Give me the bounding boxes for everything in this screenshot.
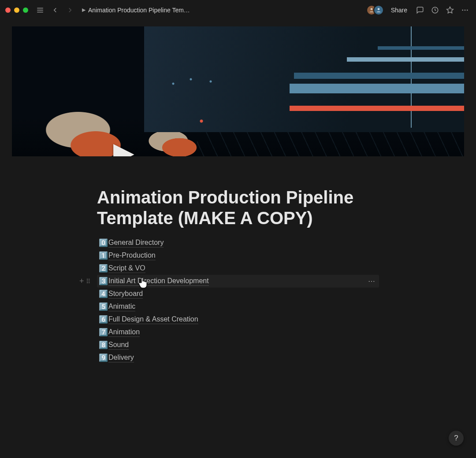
svg-point-3 (370, 8, 372, 10)
page-link[interactable]: 8️⃣Sound (97, 339, 379, 351)
page-link[interactable]: 6️⃣Full Design & Asset Creation (97, 313, 379, 326)
minimize-window-button[interactable] (14, 7, 19, 13)
page-link-label: Sound (108, 341, 129, 350)
close-window-button[interactable] (5, 7, 11, 13)
page-link-label: Delivery (108, 354, 134, 362)
page-content: Animation Production Pipeline Template (… (97, 187, 379, 364)
block-handles: + ⠿ (79, 277, 89, 286)
page-link-label: Animation (108, 328, 140, 337)
page-link-label: Initial Art Direction Development (108, 277, 209, 286)
page-icon[interactable]: ▶ (113, 139, 134, 156)
page-link-label: Pre-Production (108, 251, 156, 260)
help-button[interactable]: ? (449, 431, 464, 446)
keycap-icon: 3️⃣ (99, 277, 108, 286)
block-more-button[interactable]: ⋯ (368, 277, 376, 285)
page-link[interactable]: 0️⃣General Directory (97, 236, 379, 249)
page-link[interactable]: 5️⃣Animatic (97, 300, 379, 313)
breadcrumb-title: Animation Production Pipeline Tem… (88, 7, 190, 14)
page-link-label: Storyboard (108, 290, 143, 299)
fullscreen-window-button[interactable] (23, 7, 28, 13)
keycap-icon: 7️⃣ (99, 328, 108, 337)
svg-point-7 (462, 9, 463, 11)
keycap-icon: 2️⃣ (99, 264, 108, 273)
keycap-icon: 6️⃣ (99, 315, 108, 324)
keycap-icon: 5️⃣ (99, 302, 108, 311)
svg-marker-6 (447, 7, 454, 13)
sidebar-toggle-button[interactable] (34, 4, 46, 16)
page-link[interactable]: 1️⃣Pre-Production (97, 249, 379, 262)
presence-avatars[interactable] (366, 5, 384, 15)
play-icon: ▶ (82, 7, 86, 13)
keycap-icon: 8️⃣ (99, 340, 108, 350)
page-link-list: 0️⃣General Directory1️⃣Pre-Production2️⃣… (97, 236, 379, 364)
forward-button[interactable] (64, 4, 76, 16)
page-link-label: Animatic (108, 303, 135, 311)
keycap-icon: 1️⃣ (99, 251, 108, 260)
avatar (373, 5, 384, 15)
page-link[interactable]: 9️⃣Delivery (97, 351, 379, 364)
comments-button[interactable] (414, 4, 426, 16)
page-link[interactable]: 3️⃣Initial Art Direction Development⋯ (97, 275, 379, 288)
more-button[interactable] (459, 4, 471, 16)
drag-handle[interactable]: ⠿ (86, 278, 89, 285)
svg-point-4 (377, 8, 379, 10)
keycap-icon: 0️⃣ (99, 238, 108, 247)
share-button[interactable]: Share (387, 5, 411, 15)
window-controls (5, 7, 28, 13)
page-link-label: Script & VO (108, 264, 145, 273)
back-button[interactable] (49, 4, 61, 16)
svg-point-9 (467, 9, 468, 11)
page-link-label: Full Design & Asset Creation (108, 315, 198, 324)
cover-image[interactable]: ▶ (12, 26, 464, 156)
page-link-label: General Directory (108, 239, 164, 247)
topbar: ▶ Animation Production Pipeline Tem… Sha… (0, 0, 476, 20)
keycap-icon: 9️⃣ (99, 353, 108, 362)
svg-point-8 (465, 9, 466, 11)
page-title[interactable]: Animation Production Pipeline Template (… (97, 187, 379, 229)
keycap-icon: 4️⃣ (99, 289, 108, 299)
favorite-button[interactable] (444, 4, 456, 16)
page-link[interactable]: 2️⃣Script & VO (97, 262, 379, 275)
page-link[interactable]: 7️⃣Animation (97, 326, 379, 339)
breadcrumb[interactable]: ▶ Animation Production Pipeline Tem… (79, 5, 193, 15)
add-block-button[interactable]: + (79, 277, 84, 286)
updates-button[interactable] (429, 4, 441, 16)
page-link[interactable]: 4️⃣Storyboard (97, 288, 379, 300)
